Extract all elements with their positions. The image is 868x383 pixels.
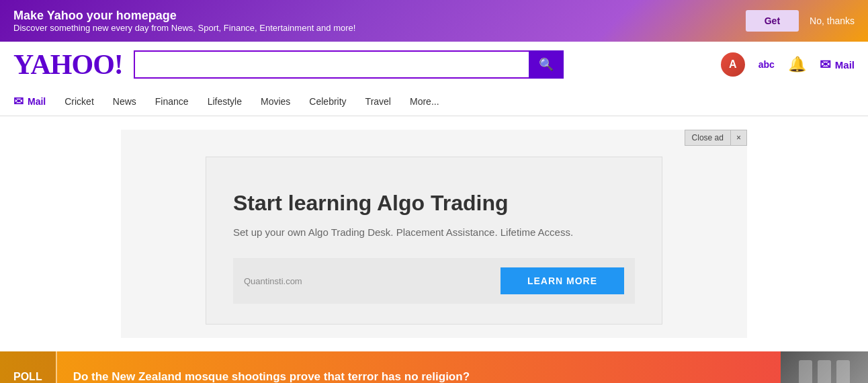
figure-3 bbox=[836, 360, 850, 384]
close-ad-button[interactable]: Close ad bbox=[685, 130, 731, 146]
learn-more-button[interactable]: LEARN MORE bbox=[501, 267, 624, 294]
no-thanks-button[interactable]: No, thanks bbox=[810, 15, 855, 26]
close-ad-bar: Close ad × bbox=[685, 130, 747, 146]
ad-source: Quantinsti.com bbox=[244, 276, 302, 286]
banner-title: Make Yahoo your homepage bbox=[13, 9, 355, 23]
search-button[interactable]: 🔍 bbox=[529, 50, 564, 79]
banner-text: Make Yahoo your homepage Discover someth… bbox=[13, 9, 355, 33]
avatar[interactable]: A bbox=[721, 52, 745, 77]
poll-image bbox=[781, 351, 868, 383]
nav-cricket[interactable]: Cricket bbox=[55, 89, 103, 114]
ad-inner: Start learning Algo Trading Set up your … bbox=[206, 157, 662, 325]
poll-image-placeholder bbox=[781, 351, 868, 383]
nav-news[interactable]: News bbox=[103, 89, 146, 114]
nav-travel[interactable]: Travel bbox=[356, 89, 400, 114]
poll-question[interactable]: Do the New Zealand mosque shootings prov… bbox=[57, 364, 781, 384]
search-icon: 🔍 bbox=[539, 57, 554, 72]
figure-1 bbox=[799, 360, 812, 384]
header: YAHOO! 🔍 A abc 🔔 ✉ Mail bbox=[0, 42, 868, 87]
header-right: A abc 🔔 ✉ Mail bbox=[721, 52, 855, 77]
nav-mail-label: Mail bbox=[28, 96, 46, 107]
banner-buttons: Get No, thanks bbox=[746, 10, 855, 32]
banner-subtitle: Discover something new every day from Ne… bbox=[13, 23, 355, 33]
username: abc bbox=[758, 59, 775, 70]
get-button[interactable]: Get bbox=[746, 10, 799, 32]
nav-bar: ✉ Mail Cricket News Finance Lifestyle Mo… bbox=[0, 87, 868, 116]
poll-label: POLL bbox=[0, 351, 56, 383]
nav-more[interactable]: More... bbox=[400, 89, 449, 114]
header-mail-link[interactable]: ✉ Mail bbox=[820, 56, 855, 73]
figure-2 bbox=[818, 360, 831, 384]
search-bar: 🔍 bbox=[134, 50, 564, 79]
nav-lifestyle[interactable]: Lifestyle bbox=[198, 89, 251, 114]
ad-container: Close ad × Start learning Algo Trading S… bbox=[121, 130, 747, 338]
yahoo-logo[interactable]: YAHOO! bbox=[13, 48, 123, 81]
search-input[interactable] bbox=[134, 50, 529, 79]
ad-title: Start learning Algo Trading bbox=[233, 191, 509, 216]
mail-icon: ✉ bbox=[820, 56, 831, 73]
nav-movies[interactable]: Movies bbox=[251, 89, 300, 114]
nav-finance[interactable]: Finance bbox=[146, 89, 198, 114]
ad-description: Set up your own Algo Trading Desk. Place… bbox=[233, 226, 573, 238]
notification-bell-icon[interactable]: 🔔 bbox=[788, 56, 806, 73]
ad-footer: Quantinsti.com LEARN MORE bbox=[233, 258, 635, 304]
close-x-button[interactable]: × bbox=[731, 130, 747, 146]
top-banner: Make Yahoo your homepage Discover someth… bbox=[0, 0, 868, 42]
header-mail-label: Mail bbox=[835, 59, 855, 71]
nav-celebrity[interactable]: Celebrity bbox=[300, 89, 355, 114]
nav-mail-link[interactable]: ✉ Mail bbox=[13, 87, 55, 116]
nav-mail-icon: ✉ bbox=[13, 94, 24, 109]
poll-bar: POLL Do the New Zealand mosque shootings… bbox=[0, 351, 868, 383]
